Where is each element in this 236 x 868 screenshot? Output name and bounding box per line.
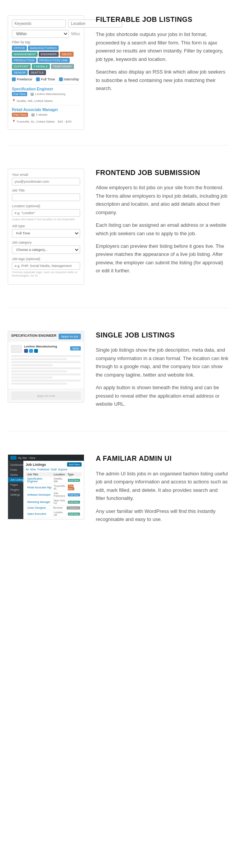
body-line-6 — [11, 370, 67, 372]
admin-row-3-title[interactable]: Marketing Manager — [27, 501, 52, 503]
apply-email-placeholder: Apply via email — [11, 391, 81, 400]
job-title-1[interactable]: Retail Associate Manager — [12, 108, 80, 112]
body-line-1 — [11, 355, 81, 357]
job-category-label: Job category — [12, 241, 80, 244]
miles-label: Miles — [71, 32, 80, 36]
single-job-body: Leviton Manufacturing Apply — [8, 342, 84, 389]
linkedin-icon[interactable] — [34, 349, 38, 353]
admin-section: A FAMILIAR ADMIN UI The admin UI lists j… — [0, 439, 236, 539]
admin-row-4-title[interactable]: Junior Designer — [27, 506, 52, 509]
filterable-p2: Searches also display an RSS link which … — [96, 68, 228, 92]
job-salary-1: $20 - $25/ — [58, 120, 72, 123]
admin-row-1-location: Trussville, AL — [54, 485, 66, 490]
tag-temporary[interactable]: TEMPORARY — [51, 64, 74, 69]
sidebar-item-settings[interactable]: Settings — [8, 492, 23, 497]
body-line-5 — [11, 367, 81, 369]
job-title-field-group: Job Title — [12, 188, 80, 201]
within-select[interactable]: Within — [12, 30, 69, 38]
body-line-4 — [11, 364, 53, 366]
sidebar-item-pages[interactable]: Pages — [8, 482, 23, 487]
single-body: Single job listings show the job descrip… — [96, 346, 228, 408]
job-location-1: 📍 Trussville, AL, United States — [12, 120, 55, 123]
filter-all[interactable]: All — [26, 468, 29, 471]
job-meta-1: Part Time 🏢 T-Mobile 📍 Trussville, AL, U… — [12, 113, 80, 123]
filter-mine[interactable]: Mine — [30, 468, 36, 471]
filterable-body: The jobs shortcode outputs your jobs in … — [96, 30, 228, 92]
admin-row-4-location: Remote — [53, 506, 66, 509]
job-title-input[interactable] — [12, 193, 80, 201]
company-logo — [11, 345, 22, 353]
keywords-input[interactable] — [12, 20, 66, 28]
admin-main-content: Job Listings Add New All Mine Published … — [23, 461, 84, 519]
admin-add-btn[interactable]: Add New — [67, 462, 82, 467]
admin-ui-box: My Site +New Dashboard Posts Media Job L… — [8, 454, 84, 519]
sidebar-item-posts[interactable]: Posts — [8, 467, 23, 472]
job-type-label: Job type — [12, 224, 80, 228]
frontend-title: FRONTEND JOB SUBMISSION — [96, 169, 228, 177]
job-type-select[interactable]: Full Time — [12, 229, 80, 237]
filter-published[interactable]: Published — [38, 468, 49, 471]
single-job-card: SPECIFICATION ENGINEER Apply for job Lev… — [8, 331, 84, 403]
checkbox-fulltime[interactable]: Full Time — [36, 77, 55, 81]
job-tags-input[interactable] — [12, 262, 80, 270]
tag-engineer[interactable]: ENGINEER — [39, 52, 59, 57]
filterable-widget: Within Miles Filter by tag: OFFICE MANUF… — [8, 15, 84, 130]
twitter-icon[interactable] — [29, 349, 33, 353]
admin-row-0-type: Full Time — [68, 479, 80, 481]
admin-row-3-type: Full Time — [68, 501, 80, 503]
frontend-p1: Allow employers to list jobs on your sit… — [96, 183, 228, 216]
frontend-text: FRONTEND JOB SUBMISSION Allow employers … — [96, 169, 228, 275]
tag-tmobile[interactable]: T-MOBILE — [32, 64, 50, 69]
frontend-p2: Each listing can be assigned an email ad… — [96, 221, 228, 237]
job-meta-0: Full Time 🏢 Leviton Manufacturing 📍 Seat… — [12, 92, 80, 103]
tag-production-line[interactable]: PRODUCTION LINE — [38, 58, 70, 63]
admin-body: The admin UI lists jobs in an organised … — [96, 470, 228, 524]
admin-sidebar-content: Dashboard Posts Media Job Listings Pages… — [8, 461, 84, 519]
tag-office[interactable]: OFFICE — [12, 46, 27, 51]
admin-row-1-title[interactable]: Retail Associate Mgr — [27, 486, 52, 489]
tag-seattle[interactable]: SEATTLE — [29, 70, 46, 75]
location-label: Location (optional) — [12, 204, 80, 208]
tag-support[interactable]: SUPPORT — [12, 64, 31, 69]
single-job-title: SPECIFICATION ENGINEER — [11, 334, 56, 337]
filter-expired[interactable]: Expired — [58, 468, 67, 471]
filterable-title: FILTERABLE JOB LISTINGS — [96, 15, 228, 24]
admin-table-header: Job Title Location Type — [26, 472, 82, 477]
admin-p1: The admin UI lists jobs in an organised … — [96, 470, 228, 503]
checkbox-internship[interactable]: Internship — [59, 77, 79, 81]
job-title-0[interactable]: Specification Engineer — [12, 87, 80, 91]
job-company-1: 🏢 T-Mobile — [31, 113, 48, 116]
admin-text: A FAMILIAR ADMIN UI The admin UI lists j… — [96, 454, 228, 523]
admin-row-2-title[interactable]: Software Developer — [27, 493, 52, 496]
checkbox-freelance[interactable]: Freelance — [12, 77, 32, 81]
location-input[interactable] — [12, 209, 80, 217]
tag-senior[interactable]: SENIOR — [12, 70, 28, 75]
sidebar-item-plugins[interactable]: Plugins — [8, 487, 23, 492]
tag-management[interactable]: MANAGEMENT — [12, 52, 38, 57]
filterable-p1: The jobs shortcode outputs your jobs in … — [96, 30, 228, 63]
job-category-select[interactable]: Choose a category... — [12, 246, 80, 254]
sidebar-item-media[interactable]: Media — [8, 472, 23, 477]
admin-row-2: Software Developer San Francisco Full Ti… — [26, 491, 82, 498]
admin-row-5-title[interactable]: Sales Executive — [27, 513, 52, 515]
admin-row-0-location: Seattle, WA — [54, 477, 66, 483]
sidebar-item-dashboard[interactable]: Dashboard — [8, 462, 23, 467]
sidebar-item-jobs[interactable]: Job Listings — [8, 477, 23, 482]
admin-row-0-title[interactable]: Specification Engineer — [27, 477, 52, 483]
filter-draft[interactable]: Draft — [51, 468, 57, 471]
tag-sales[interactable]: SALES — [60, 52, 74, 57]
admin-widget: My Site +New Dashboard Posts Media Job L… — [8, 454, 84, 519]
frontend-p3: Employers can preview their listing befo… — [96, 242, 228, 275]
apply-btn-secondary[interactable]: Apply — [70, 346, 81, 350]
email-input[interactable] — [12, 178, 80, 185]
admin-row-3-location: New York, NY — [54, 499, 66, 504]
admin-row-3: Marketing Manager New York, NY Full Time — [26, 498, 82, 506]
tag-manufacturing[interactable]: MANUFACTURING — [28, 46, 59, 51]
single-text: SINGLE JOB LISTINGS Single job listings … — [96, 331, 228, 408]
job-type-badge-1: Part Time — [12, 113, 28, 117]
tag-production[interactable]: PRODUCTION — [12, 58, 36, 63]
company-social-icons — [24, 349, 68, 353]
facebook-icon[interactable] — [24, 349, 28, 353]
single-title: SINGLE JOB LISTINGS — [96, 331, 228, 340]
apply-button[interactable]: Apply for job — [59, 334, 81, 339]
